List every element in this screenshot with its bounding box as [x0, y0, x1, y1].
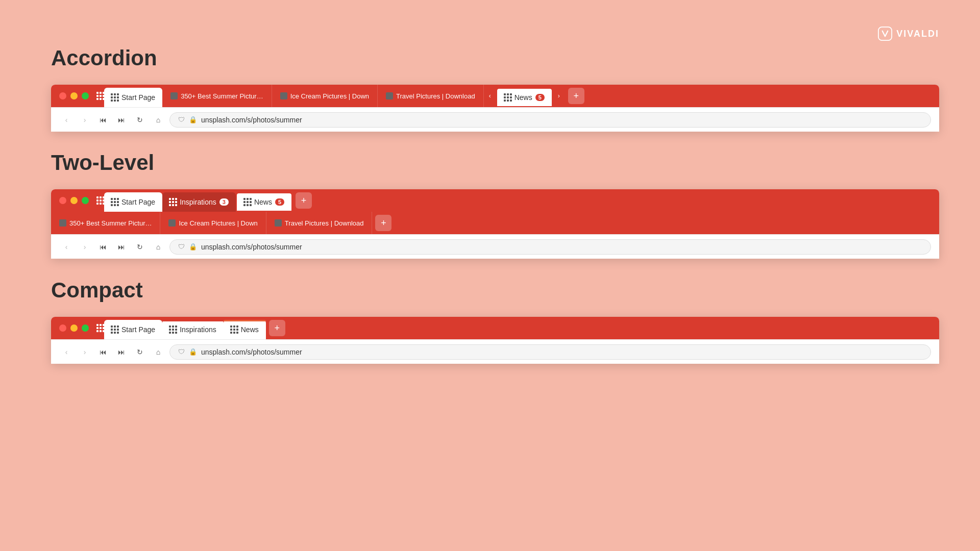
twolevel-minimize[interactable]: [70, 197, 78, 204]
compact-minimize[interactable]: [70, 324, 78, 332]
tab-ice-cream[interactable]: Ice Cream Pictures | Down: [272, 85, 378, 107]
twolevel-traffic-lights: [51, 197, 97, 204]
compact-heading: Compact: [51, 278, 980, 303]
compact-skip-back[interactable]: ⏮: [96, 345, 110, 359]
compact-inspirations-tab[interactable]: Inspirations: [162, 320, 224, 339]
compact-address-bar: ‹ › ⏮ ⏭ ↻ ⌂ 🛡 🔒 unsplash.com/s/photos/su…: [51, 339, 939, 364]
maximize-button[interactable]: [82, 92, 89, 99]
inspirations-label: Inspirations: [180, 198, 216, 206]
compact-tab-bar: Start Page Inspirations: [51, 317, 939, 339]
grid-dots: [96, 92, 105, 100]
address-input-compact[interactable]: 🛡 🔒 unsplash.com/s/photos/summer: [169, 344, 931, 360]
twolevel-skip-forward[interactable]: ⏭: [114, 240, 129, 254]
compact-news-tab[interactable]: News: [224, 320, 266, 339]
inspirations-count: 3: [219, 198, 229, 206]
twolevel-skip-back[interactable]: ⏮: [96, 240, 110, 254]
compact-add-tab[interactable]: +: [269, 320, 285, 336]
icecream-favicon: [280, 92, 287, 99]
reload-button[interactable]: ↻: [133, 113, 147, 127]
compact-close[interactable]: [59, 324, 66, 332]
twolevel-start-page[interactable]: Start Page: [104, 192, 162, 212]
skip-forward-button[interactable]: ⏭: [114, 113, 129, 127]
accordion-tab-bar: Start Page 350+ Best Summer Pictur… Ice …: [51, 85, 939, 107]
close-button[interactable]: [59, 92, 66, 99]
twolevel-maximize[interactable]: [82, 197, 89, 204]
address-input-twolevel[interactable]: 🛡 🔒 unsplash.com/s/photos/summer: [169, 239, 931, 255]
twolevel-add-tab[interactable]: +: [296, 192, 312, 209]
twolevel-news-label: News: [254, 198, 272, 206]
twolevel-icecream-label: Ice Cream Pictures | Down: [179, 219, 257, 227]
compact-maximize[interactable]: [82, 324, 89, 332]
compact-security-icon: 🛡: [178, 348, 185, 356]
twolevel-forward[interactable]: ›: [78, 240, 92, 254]
accordion-section: Accordion: [51, 46, 980, 132]
twolevel-icecream-favicon: [168, 219, 176, 227]
twolevel-tab-icecream[interactable]: Ice Cream Pictures | Down: [160, 212, 266, 234]
accordion-url: unsplash.com/s/photos/summer: [201, 116, 302, 124]
summer-favicon: [170, 92, 178, 99]
minimize-button[interactable]: [70, 92, 78, 99]
accordion-browser: Start Page 350+ Best Summer Pictur… Ice …: [51, 85, 939, 132]
skip-back-button[interactable]: ⏮: [96, 113, 110, 127]
compact-back[interactable]: ‹: [59, 345, 74, 359]
tab-manager-icon[interactable]: [97, 92, 104, 99]
compact-home[interactable]: ⌂: [151, 345, 165, 359]
twolevel-reload[interactable]: ↻: [133, 240, 147, 254]
compact-news-dots: [230, 325, 238, 334]
twolevel-back[interactable]: ‹: [59, 240, 74, 254]
summer-label: 350+ Best Summer Pictur…: [181, 92, 263, 100]
twolevel-address-bar: ‹ › ⏮ ⏭ ↻ ⌂ 🛡 🔒 unsplash.com/s/photos/su…: [51, 234, 939, 259]
compact-news-label: News: [241, 325, 259, 334]
twolevel-news-dots: [243, 198, 252, 206]
twolevel-summer-label: 350+ Best Summer Pictur…: [69, 219, 152, 227]
twolevel-start-label: Start Page: [121, 198, 155, 206]
tab-travel[interactable]: Travel Pictures | Download: [378, 85, 484, 107]
compact-reload[interactable]: ↻: [133, 345, 147, 359]
tab-summer-pictures[interactable]: 350+ Best Summer Pictur…: [162, 85, 272, 107]
twolevel-news-count: 5: [275, 198, 284, 206]
twolevel-news-favicon: [244, 198, 251, 206]
compact-url: unsplash.com/s/photos/summer: [201, 348, 302, 356]
forward-button[interactable]: ›: [78, 113, 92, 127]
start-page-label: Start Page: [121, 93, 155, 102]
twolevel-add-tab-second[interactable]: +: [375, 215, 391, 231]
inspirations-line: [162, 320, 224, 321]
lock-icon: 🔒: [189, 116, 197, 123]
twolevel-tab-manager[interactable]: [97, 197, 104, 204]
compact-forward[interactable]: ›: [78, 345, 92, 359]
compact-skip-forward[interactable]: ⏭: [114, 345, 129, 359]
compact-section: Compact: [51, 278, 980, 364]
tab-scroll-left[interactable]: ‹: [484, 85, 496, 107]
accordion-heading: Accordion: [51, 46, 980, 70]
compact-start-favicon: [111, 326, 118, 333]
twolevel-tab-travel[interactable]: Travel Pictures | Download: [266, 212, 373, 234]
home-button[interactable]: ⌂: [151, 113, 165, 127]
tab-news-stack[interactable]: News 5: [496, 88, 553, 107]
news-grid-dots: [504, 93, 512, 102]
twolevel-news-stack[interactable]: News 5: [236, 192, 292, 212]
news-favicon: [504, 94, 511, 101]
news-line: [224, 320, 266, 321]
twolevel-tab-summer[interactable]: 350+ Best Summer Pictur…: [51, 212, 160, 234]
compact-grid-dots: [96, 324, 105, 332]
twolevel-home[interactable]: ⌂: [151, 240, 165, 254]
twolevel-close[interactable]: [59, 197, 66, 204]
twolevel-top-bar: Start Page Inspirations 3: [51, 189, 939, 212]
compact-lock-icon: 🔒: [189, 348, 197, 356]
tab-scroll-right[interactable]: ›: [553, 85, 565, 107]
twolevel-second-bar: 350+ Best Summer Pictur… Ice Cream Pictu…: [51, 212, 939, 234]
compact-start-page[interactable]: Start Page: [104, 320, 162, 339]
twolevel-section: Two-Level: [51, 151, 980, 259]
twolevel-summer-favicon: [59, 219, 66, 227]
security-icon: 🛡: [178, 116, 185, 123]
tab-start-page[interactable]: Start Page: [104, 88, 162, 107]
twolevel-travel-favicon: [275, 219, 282, 227]
start-page-favicon: [111, 94, 118, 101]
address-input-accordion[interactable]: 🛡 🔒 unsplash.com/s/photos/summer: [169, 112, 931, 128]
compact-start-label: Start Page: [121, 325, 155, 334]
back-button[interactable]: ‹: [59, 113, 74, 127]
compact-tab-manager[interactable]: [97, 324, 104, 332]
add-tab-button[interactable]: +: [568, 88, 584, 104]
tab-inspirations-stack[interactable]: Inspirations 3: [162, 192, 236, 212]
twolevel-browser: Start Page Inspirations 3: [51, 189, 939, 259]
